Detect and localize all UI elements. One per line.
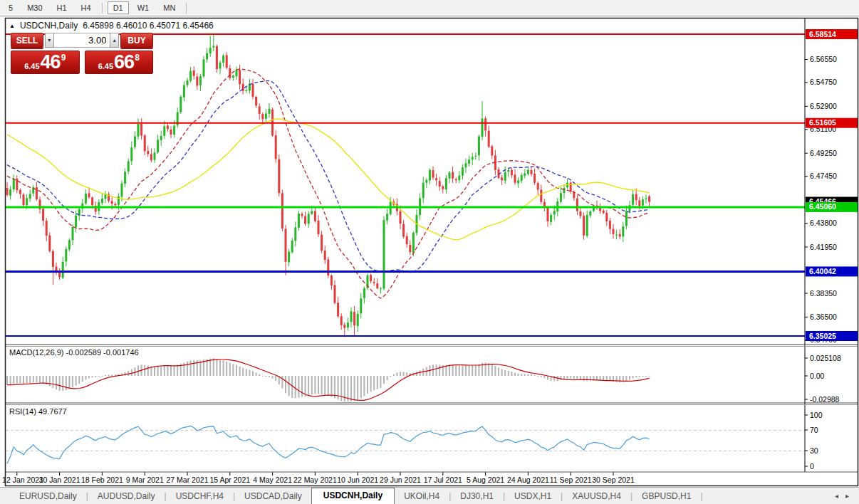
tab-separator: |	[700, 491, 702, 501]
buy-price-pip: 8	[135, 53, 140, 63]
price-tick-label: 6.49250	[810, 149, 837, 157]
sell-price-display[interactable]: 6.45 46 9	[11, 51, 80, 74]
date-tick-label: 30 Jan 2021	[39, 476, 80, 484]
date-tick-label: 22 May 2021	[293, 476, 337, 484]
buy-price-big: 66	[114, 52, 134, 73]
price-tick-label: 6.56550	[810, 55, 837, 63]
tab-dj30-h1[interactable]: DJ30,H1	[451, 489, 503, 504]
price-tick-label: 6.52900	[810, 102, 837, 110]
rsi-indicator-label: RSI(14) 49.7677	[9, 407, 67, 416]
rsi-value: 49.7677	[38, 407, 67, 416]
date-tick-label: 29 Jun 2021	[380, 476, 421, 484]
tab-audusd-daily[interactable]: AUDUSD,Daily	[88, 489, 165, 504]
indicator-tick-label: 30	[810, 446, 818, 455]
collapse-arrow-icon[interactable]: ▲	[9, 23, 15, 29]
macd-histogram	[6, 358, 650, 401]
tab-scroll-arrows: ◂ ▸	[835, 492, 849, 500]
date-tick-label: 24 Aug 2021	[507, 476, 549, 484]
buy-price-display[interactable]: 6.45 66 8	[85, 51, 154, 74]
svg-text:6.45060: 6.45060	[809, 202, 836, 211]
buy-price-prefix: 6.45	[98, 62, 113, 70]
timeframe-d1[interactable]: D1	[108, 1, 129, 14]
date-tick-label: 27 Mar 2021	[167, 476, 209, 484]
volume-group: ▼ ▲	[45, 33, 119, 48]
chart-window: 6.565506.547506.529006.511006.492506.474…	[0, 17, 859, 487]
date-tick-label: 10 Jun 2021	[337, 476, 378, 484]
ma-28-line	[7, 81, 650, 273]
date-tick-label: 5 Aug 2021	[467, 476, 504, 484]
indicator-tick-label: 0.025108	[810, 354, 841, 362]
price-tick-label: 6.38350	[810, 289, 837, 298]
svg-text:6.58514: 6.58514	[809, 30, 836, 38]
tabs-list: EURUSD,Daily|AUDUSD,Daily|USDCHF,H4|USDC…	[0, 488, 703, 504]
chart-title: ▲ USDCNH,Daily 6.45898 6.46010 6.45071 6…	[9, 21, 214, 31]
sell-price-big: 46	[41, 52, 61, 73]
tab-usdx-h1[interactable]: USDX,H1	[505, 489, 561, 504]
chart-ohlc-values: 6.45898 6.46010 6.45071 6.45466	[83, 21, 214, 31]
timeframe-m30[interactable]: M30	[21, 1, 48, 14]
date-tick-label: 9 Mar 2021	[126, 476, 164, 484]
date-tick-label: 17 Jul 2021	[424, 476, 462, 484]
indicator-tick-label: 0.00	[810, 372, 825, 380]
window-frames	[6, 19, 858, 486]
volume-increase-button[interactable]: ▲	[110, 33, 119, 48]
svg-text:6.35025: 6.35025	[809, 332, 836, 340]
tab-scroll-left-icon[interactable]: ◂	[835, 492, 838, 500]
indicator-tick-label: 100	[810, 411, 823, 419]
date-tick-label: 30 Sep 2021	[592, 476, 635, 484]
chart-canvas[interactable]: 6.565506.547506.529006.511006.492506.474…	[0, 17, 859, 487]
timeframe-5[interactable]: 5	[3, 1, 19, 14]
tab-usdcad-daily[interactable]: USDCAD,Daily	[235, 489, 311, 504]
toolbar-separator	[102, 3, 103, 14]
level-lines[interactable]	[6, 34, 805, 336]
date-tick-label: 18 Feb 2021	[81, 476, 123, 484]
timeframe-w1[interactable]: W1	[132, 1, 155, 14]
date-tick-label: 12 Jan 2021	[2, 476, 43, 484]
price-tick-label: 6.54750	[810, 78, 837, 86]
sell-price-prefix: 6.45	[24, 62, 39, 70]
price-tick-label: 6.36500	[810, 313, 837, 321]
macd-values: -0.002589 -0.001746	[66, 348, 138, 357]
rsi-pane	[6, 426, 805, 463]
chart-tabs-bar: EURUSD,Daily|AUDUSD,Daily|USDCHF,H4|USDC…	[0, 487, 859, 504]
tab-ukoil-h4[interactable]: UKOil,H4	[395, 489, 449, 504]
macd-name: MACD(12,26,9)	[9, 348, 63, 357]
sell-price-pip: 9	[61, 53, 66, 63]
price-tick-label: 6.47450	[810, 172, 837, 180]
svg-text:6.40042: 6.40042	[809, 267, 836, 275]
price-tick-label: 6.43800	[810, 219, 837, 227]
timeframe-toolbar: 5M30H1H4D1W1MN	[0, 0, 859, 16]
ma-55-line	[7, 119, 650, 240]
date-tick-label: 4 May 2021	[253, 476, 292, 484]
indicator-tick-label: -0.02988	[810, 395, 840, 404]
candlestick-series	[6, 35, 651, 337]
volume-input[interactable]	[54, 33, 110, 48]
tab-xauusd-h4[interactable]: XAUUSD,H4	[563, 489, 630, 504]
macd-indicator-label: MACD(12,26,9) -0.002589 -0.001746	[9, 348, 139, 357]
volume-decrease-button[interactable]: ▼	[45, 33, 54, 48]
sell-button[interactable]: SELL	[11, 33, 43, 48]
tab-eurusd-daily[interactable]: EURUSD,Daily	[10, 489, 86, 504]
tab-scroll-right-icon[interactable]: ▸	[845, 492, 849, 500]
price-axis[interactable]: 6.565506.547506.529006.511006.492506.474…	[805, 19, 858, 472]
timeframe-mn[interactable]: MN	[157, 1, 181, 14]
chart-symbol-label: USDCNH,Daily	[20, 21, 78, 31]
timeframe-h1[interactable]: H1	[51, 1, 73, 14]
tab-usdchf-h4[interactable]: USDCHF,H4	[167, 489, 233, 504]
indicator-axes: 0.0251080.00-0.0298810070300	[805, 354, 841, 471]
toolbar-separator	[186, 3, 187, 14]
date-tick-label: 15 Apr 2021	[209, 476, 250, 484]
timeframe-h4[interactable]: H4	[76, 1, 97, 14]
buy-button[interactable]: BUY	[120, 33, 153, 48]
rsi-name: RSI(14)	[9, 407, 36, 416]
indicator-tick-label: 70	[810, 426, 818, 434]
rsi-line	[7, 426, 650, 463]
one-click-trading-widget: SELL ▼ ▲ BUY 6.45 46 9 6.45 66 8	[11, 33, 153, 74]
time-axis[interactable]: 12 Jan 202130 Jan 202118 Feb 20219 Mar 2…	[2, 472, 635, 484]
price-tick-label: 6.41950	[810, 243, 837, 251]
svg-text:6.51605: 6.51605	[809, 118, 836, 127]
tab-gbpusd-h1[interactable]: GBPUSD,H1	[632, 489, 700, 504]
tab-usdcnh-daily[interactable]: USDCNH,Daily	[311, 488, 395, 504]
indicator-tick-label: 0	[810, 462, 814, 471]
date-tick-label: 11 Sep 2021	[550, 476, 592, 484]
